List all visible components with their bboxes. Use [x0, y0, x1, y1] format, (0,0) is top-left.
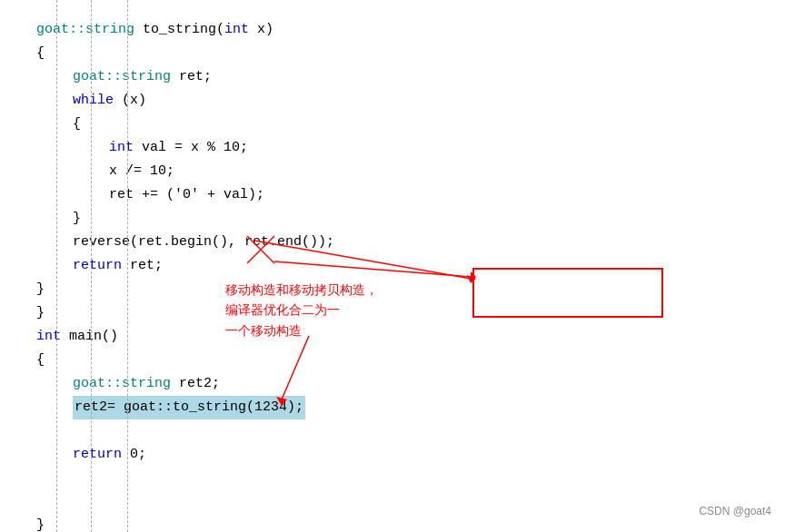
code-line-10: reverse(ret.begin(), ret.end());	[36, 231, 767, 254]
code-line-11: return ret;	[36, 254, 767, 278]
code-line-16: goat::string ret2;	[36, 372, 767, 396]
watermark: CSDN @goat4	[699, 499, 771, 523]
code-line-1: goat::string to_string(int x)	[36, 18, 767, 42]
code-line-5: {	[36, 113, 767, 136]
code-container: goat::string to_string(int x) { goat::st…	[0, 0, 785, 532]
code-line-2: {	[36, 42, 767, 65]
code-line-7: x /= 10;	[36, 160, 767, 183]
code-line-4: while (x)	[36, 89, 767, 113]
vline-2	[91, 0, 92, 532]
code-line-19: return 0;	[36, 443, 767, 467]
code-line-17: ret2= goat::to_string(1234);	[36, 396, 767, 419]
code-line-21	[36, 490, 767, 514]
code-line-22: }	[36, 514, 767, 532]
code-line-12: }	[36, 278, 767, 301]
code-line-3: goat::string ret;	[36, 65, 767, 89]
code-line-20	[36, 467, 767, 490]
code-line-15: {	[36, 349, 767, 372]
code-line-18	[36, 419, 767, 443]
code-line-14: int main()	[36, 325, 767, 349]
code-line-8: ret += ('0' + val);	[36, 183, 767, 207]
code-line-9: }	[36, 207, 767, 231]
vline-1	[56, 0, 57, 532]
code-line-13: }	[36, 301, 767, 325]
code-line-6: int val = x % 10;	[36, 136, 767, 160]
vline-3	[127, 0, 128, 532]
